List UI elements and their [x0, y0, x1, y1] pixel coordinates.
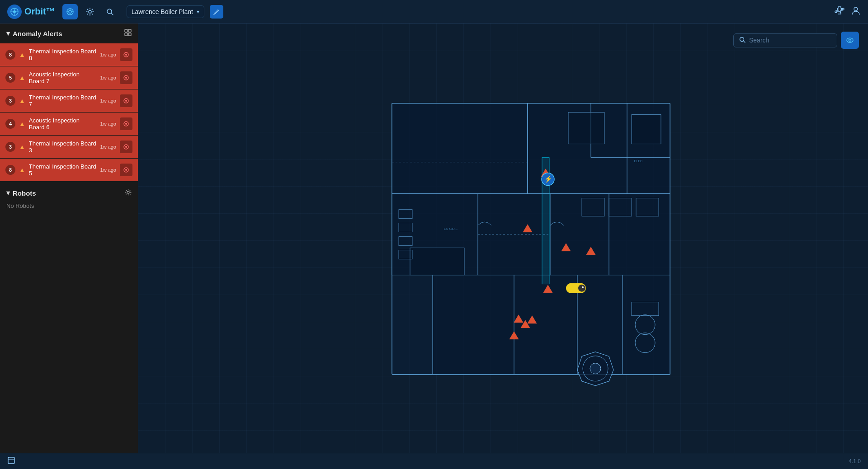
alert-triangle-icon: ▲ — [19, 97, 25, 104]
alert-locate-icon[interactable] — [120, 164, 132, 176]
svg-point-13 — [854, 7, 858, 11]
alert-time: 1w ago — [100, 52, 116, 57]
alert-item[interactable]: 3 ▲ Thermal Inspection Board 7 1w ago — [0, 89, 138, 112]
search-input-wrapper — [733, 33, 837, 47]
main-layout: ▾ Anomaly Alerts 8 ▲ Thermal Inspection … — [0, 23, 868, 453]
alert-triangle-icon: ▲ — [19, 51, 25, 58]
alert-badge: 8 — [5, 50, 15, 60]
svg-point-5 — [69, 10, 71, 13]
alert-locate-icon[interactable] — [120, 141, 132, 153]
edit-plant-button[interactable] — [210, 5, 223, 19]
alert-badge: 4 — [5, 119, 15, 129]
alert-time: 1w ago — [100, 121, 116, 127]
map-nav-icon[interactable] — [62, 4, 78, 19]
robots-header: ▾ Robots — [0, 183, 138, 200]
map-area[interactable]: LS CO... ELEC ⚡ — [138, 23, 868, 453]
robots-title[interactable]: ▾ Robots — [6, 189, 36, 197]
top-navigation: Orbit™ Lawrence Boil — [0, 0, 868, 23]
plant-name: Lawrence Boiler Plant — [132, 8, 193, 15]
search-nav-icon[interactable] — [102, 4, 118, 19]
svg-rect-36 — [392, 103, 528, 194]
svg-point-33 — [847, 38, 853, 42]
svg-point-10 — [89, 10, 91, 13]
alert-item[interactable]: 5 ▲ Acoustic Inspection Board 7 1w ago — [0, 66, 138, 89]
alert-locate-icon[interactable] — [120, 94, 132, 107]
orbit-logo-text: Orbit™ — [24, 6, 55, 17]
svg-rect-52 — [632, 115, 661, 144]
alert-name: Thermal Inspection Board 5 — [29, 163, 97, 177]
alert-badge: 3 — [5, 96, 15, 106]
alert-time: 1w ago — [100, 98, 116, 103]
nav-icons — [62, 4, 118, 19]
orbit-logo[interactable]: Orbit™ — [7, 5, 55, 19]
eye-button[interactable] — [841, 32, 859, 49]
svg-rect-15 — [128, 29, 131, 32]
alert-item[interactable]: 8 ▲ Thermal Inspection Board 8 1w ago — [0, 43, 138, 66]
alert-triangle-icon: ▲ — [19, 120, 25, 127]
svg-rect-50 — [410, 248, 464, 275]
svg-text:ELEC: ELEC — [634, 159, 642, 163]
nav-right — [835, 5, 861, 18]
version-text: 4.1.0 — [849, 458, 861, 464]
svg-rect-85 — [8, 457, 14, 464]
svg-point-27 — [125, 146, 127, 148]
bottom-bar: 4.1.0 — [0, 453, 868, 469]
svg-point-25 — [125, 123, 127, 125]
alert-name: Thermal Inspection Board 8 — [29, 48, 97, 61]
alert-time: 1w ago — [100, 75, 116, 80]
floor-plan: LS CO... ELEC ⚡ — [387, 90, 677, 399]
svg-rect-46 — [433, 275, 670, 375]
svg-point-23 — [125, 100, 127, 102]
robots-chevron-icon: ▾ — [6, 189, 10, 197]
svg-text:LS CO...: LS CO... — [443, 227, 458, 231]
alert-name: Thermal Inspection Board 3 — [29, 140, 97, 154]
no-robots-text: No Robots — [0, 200, 138, 212]
alert-item[interactable]: 3 ▲ Thermal Inspection Board 3 1w ago — [0, 136, 138, 158]
alert-item[interactable]: 8 ▲ Thermal Inspection Board 5 1w ago — [0, 159, 138, 181]
alert-triangle-icon: ▲ — [19, 166, 25, 174]
grid-icon[interactable] — [124, 29, 132, 38]
alert-time: 1w ago — [100, 167, 116, 173]
alert-locate-icon[interactable] — [120, 117, 132, 130]
svg-line-12 — [111, 13, 113, 15]
plant-selector[interactable]: Lawrence Boiler Plant ▾ — [127, 5, 204, 18]
svg-rect-14 — [125, 29, 127, 32]
anomaly-chevron-icon: ▾ — [6, 29, 10, 38]
svg-rect-17 — [128, 33, 131, 36]
alert-locate-icon[interactable] — [120, 71, 132, 84]
svg-point-19 — [125, 54, 127, 56]
alert-name: Acoustic Inspection Board 6 — [29, 117, 97, 131]
plant-chevron-icon: ▾ — [197, 9, 199, 15]
svg-point-29 — [125, 169, 127, 171]
anomaly-alerts-header[interactable]: ▾ Anomaly Alerts — [0, 23, 138, 43]
alert-list: 8 ▲ Thermal Inspection Board 8 1w ago 5 … — [0, 43, 138, 182]
alert-locate-icon[interactable] — [120, 48, 132, 61]
alert-triangle-icon: ▲ — [19, 74, 25, 81]
svg-point-57 — [590, 363, 601, 374]
alert-badge: 5 — [5, 73, 15, 83]
robots-section: ▾ Robots No Robots — [0, 183, 138, 212]
svg-point-21 — [125, 77, 127, 79]
svg-text:⚡: ⚡ — [544, 175, 552, 183]
svg-point-84 — [582, 286, 584, 288]
svg-point-34 — [849, 39, 851, 42]
anomaly-alerts-title: ▾ Anomaly Alerts — [6, 29, 62, 38]
search-input-icon — [739, 37, 745, 44]
alert-badge: 8 — [5, 165, 15, 175]
svg-point-83 — [578, 285, 585, 292]
alert-time: 1w ago — [100, 144, 116, 150]
svg-rect-51 — [568, 113, 604, 144]
search-input[interactable] — [749, 37, 831, 44]
robots-settings-icon[interactable] — [125, 189, 132, 197]
settings-nav-icon[interactable] — [82, 4, 98, 19]
alert-triangle-icon: ▲ — [19, 143, 25, 150]
sidebar: ▾ Anomaly Alerts 8 ▲ Thermal Inspection … — [0, 23, 138, 453]
svg-line-32 — [744, 41, 745, 42]
alert-item[interactable]: 4 ▲ Acoustic Inspection Board 6 1w ago — [0, 113, 138, 135]
puzzle-icon[interactable] — [835, 5, 844, 18]
search-bar — [733, 32, 859, 49]
bottom-map-icon[interactable] — [7, 456, 15, 466]
svg-point-30 — [127, 191, 129, 193]
logo-icon — [7, 5, 22, 19]
user-icon[interactable] — [851, 5, 861, 18]
